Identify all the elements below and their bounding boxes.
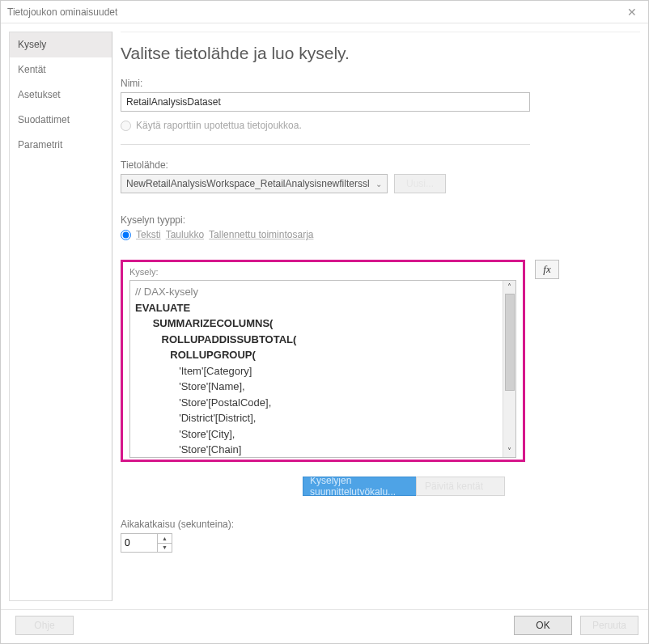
datasource-value: NewRetailAnalysisWorkspace_RetailAnalysi…	[126, 178, 372, 189]
sidebar-item-label: Kysely	[18, 39, 46, 50]
sidebar-item-asetukset[interactable]: Asetukset	[10, 83, 112, 108]
querytype-section: Kyselyn tyyppi: Teksti Taulukko Tallenne…	[121, 214, 637, 240]
querytype-table-label: Taulukko	[166, 229, 204, 240]
design-label: Kyselyjen suunnittelutyökalu...	[310, 477, 423, 496]
help-label: Ohje	[34, 620, 54, 631]
kw-rollupgroup: ROLLUPGROUP(	[170, 349, 255, 361]
refresh-label: Päivitä kentät	[425, 481, 483, 492]
query-section: Kysely: // DAX-kysely EVALUATE SUMMARIZE…	[121, 260, 637, 462]
querytype-sp-label: Tallennettu toimintosarja	[209, 229, 313, 240]
dialog: Tietojoukon ominaisuudet ✕ Kysely Kentät…	[0, 0, 649, 644]
dialog-title: Tietojoukon ominaisuudet	[7, 6, 117, 18]
sidebar-item-parametrit[interactable]: Parametrit	[10, 133, 112, 158]
sidebar-item-label: Asetukset	[18, 89, 61, 100]
name-input[interactable]	[121, 92, 530, 112]
spin-up-icon[interactable]: ▲	[158, 534, 172, 544]
spinner-arrows: ▲ ▼	[157, 534, 172, 552]
dialog-footer: Ohje OK Peruuta	[1, 609, 648, 643]
query-highlight-box: Kysely: // DAX-kysely EVALUATE SUMMARIZE…	[121, 260, 525, 462]
datasource-row: NewRetailAnalysisWorkspace_RetailAnalysi…	[121, 174, 637, 193]
sidebar-item-kysely[interactable]: Kysely	[10, 32, 112, 57]
new-button-label: Uusi...	[406, 178, 434, 189]
querytype-text-label: Teksti	[136, 229, 161, 240]
query-textarea[interactable]: // DAX-kysely EVALUATE SUMMARIZECOLUMNS(…	[129, 280, 516, 458]
close-icon[interactable]: ✕	[622, 5, 642, 19]
scroll-up-icon[interactable]: ˄	[507, 281, 511, 293]
kw-rollupadd: ROLLUPADDISSUBTOTAL(	[162, 333, 297, 345]
name-section: Nimi:	[121, 78, 637, 112]
name-label: Nimi:	[121, 78, 637, 89]
querytype-row: Teksti Taulukko Tallennettu toimintosarj…	[121, 229, 637, 240]
page-heading: Valitse tietolähde ja luo kysely.	[121, 44, 637, 63]
q-line: 'Store'[Name],	[179, 380, 245, 392]
embedded-label: Käytä raporttiin upotettua tietojoukkoa.	[136, 120, 302, 131]
scroll-down-icon[interactable]: ˅	[507, 445, 511, 457]
chevron-down-icon: ⌄	[375, 180, 382, 189]
kw-evaluate: EVALUATE	[135, 302, 190, 314]
refresh-fields-button[interactable]: Päivitä kentät	[416, 477, 505, 496]
sidebar: Kysely Kentät Asetukset Suodattimet Para…	[9, 32, 112, 601]
querytype-text-radio[interactable]	[121, 230, 131, 240]
sidebar-item-label: Suodattimet	[18, 114, 70, 125]
q-line: 'District'[District],	[179, 412, 256, 424]
query-comment: // DAX-kysely	[135, 286, 198, 298]
q-line: 'Store'[Chain]	[179, 443, 241, 455]
titlebar: Tietojoukon ominaisuudet ✕	[1, 1, 648, 23]
help-button[interactable]: Ohje	[15, 616, 74, 635]
cancel-label: Peruuta	[592, 620, 626, 631]
querytype-label: Kyselyn tyyppi:	[121, 214, 637, 226]
cancel-button[interactable]: Peruuta	[580, 616, 638, 635]
scrollbar-vertical[interactable]: ˄ ˅	[503, 281, 515, 457]
scroll-thumb[interactable]	[505, 294, 515, 391]
datasource-section: Tietolähde: NewRetailAnalysisWorkspace_R…	[121, 159, 637, 193]
datasource-select[interactable]: NewRetailAnalysisWorkspace_RetailAnalysi…	[121, 174, 388, 193]
sidebar-item-kentat[interactable]: Kentät	[10, 57, 112, 83]
query-label: Kysely:	[129, 267, 516, 277]
embedded-dataset-row: Käytä raporttiin upotettua tietojoukkoa.	[121, 120, 637, 131]
sidebar-item-label: Parametrit	[18, 139, 62, 150]
q-line: 'Item'[Category]	[179, 365, 252, 377]
kw-summarize: SUMMARIZECOLUMNS(	[153, 317, 274, 329]
timeout-spinner[interactable]: ▲ ▼	[121, 533, 172, 553]
timeout-section: Aikakatkaisu (sekunteina): ▲ ▼	[121, 519, 637, 553]
query-designer-button[interactable]: Kyselyjen suunnittelutyökalu...	[303, 477, 431, 496]
footer-right: OK Peruuta	[514, 616, 638, 635]
fx-button[interactable]: fx	[535, 260, 559, 279]
sidebar-item-suodattimet[interactable]: Suodattimet	[10, 108, 112, 133]
ok-label: OK	[536, 620, 549, 631]
fx-icon: fx	[543, 263, 550, 276]
q-line: 'Store'[PostalCode],	[179, 396, 271, 409]
new-datasource-button[interactable]: Uusi...	[394, 174, 446, 193]
sidebar-item-label: Kentät	[18, 64, 46, 75]
timeout-label: Aikakatkaisu (sekunteina):	[121, 519, 637, 530]
query-text: // DAX-kysely EVALUATE SUMMARIZECOLUMNS(…	[130, 281, 515, 458]
ok-button[interactable]: OK	[514, 616, 572, 635]
dialog-body: Kysely Kentät Asetukset Suodattimet Para…	[1, 23, 648, 609]
q-line: 'Store'[City],	[179, 428, 235, 440]
timeout-input[interactable]	[121, 534, 157, 552]
query-action-buttons: Kyselyjen suunnittelutyökalu... Päivitä …	[303, 477, 637, 496]
embedded-radio	[121, 121, 131, 131]
spin-down-icon[interactable]: ▼	[158, 544, 172, 553]
main-panel: Valitse tietolähde ja luo kysely. Nimi: …	[121, 32, 640, 601]
separator	[121, 144, 530, 145]
datasource-label: Tietolähde:	[121, 159, 637, 171]
